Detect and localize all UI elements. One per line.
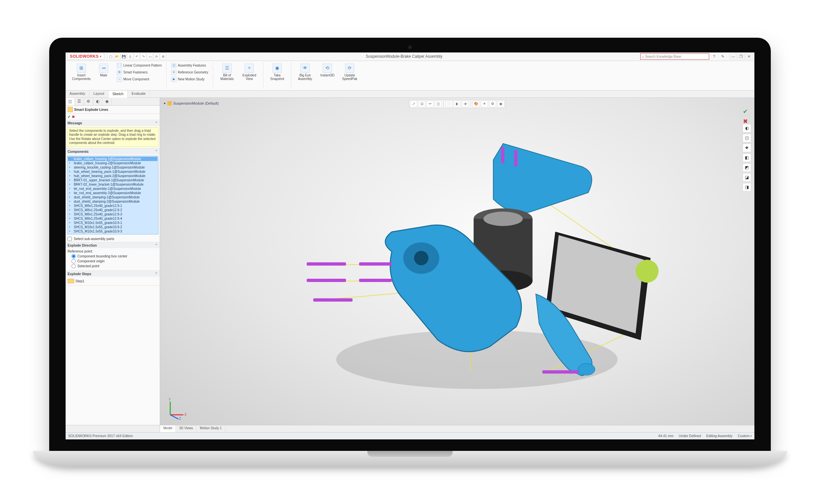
- panel-tab-property[interactable]: ☰: [75, 98, 84, 105]
- qat-print-icon[interactable]: ⎙: [127, 53, 133, 59]
- previous-view-icon[interactable]: ↩: [426, 101, 434, 107]
- component-list-item[interactable]: dust_shield_stamping-2@SuspensionModule: [68, 199, 157, 204]
- mate-button[interactable]: ⫘ Mate: [93, 62, 114, 78]
- orientation-triad[interactable]: X Y Z: [165, 397, 188, 420]
- app-logo[interactable]: SOLIDWORKS ▼: [68, 53, 104, 60]
- new-motion-study-button[interactable]: ▶New Motion Study: [170, 76, 210, 83]
- qat-save-icon[interactable]: 💾: [121, 53, 127, 59]
- component-list-item[interactable]: SHCS_M10x1.5x55_grade10.9-1: [68, 221, 157, 225]
- section-view-icon[interactable]: ◫: [435, 101, 442, 107]
- qat-undo-icon[interactable]: ↶: [134, 53, 140, 59]
- panel-cancel-button[interactable]: ✖: [72, 115, 75, 119]
- tab-3d-views[interactable]: 3D Views: [176, 425, 196, 432]
- qat-new-icon[interactable]: ▢: [108, 53, 113, 59]
- component-list-item[interactable]: BRKT-01_upper_bracket-1@SuspensionModule: [68, 178, 157, 182]
- component-list-item[interactable]: BRKT-02_lower_bracket-1@SuspensionModule: [68, 182, 157, 187]
- component-list-item[interactable]: tie_rod_end_assembly-1@SuspensionModule: [68, 187, 157, 191]
- radio-selected-point[interactable]: Selected point: [72, 264, 158, 269]
- linear-pattern-button[interactable]: ⋮⋮Linear Component Pattern: [115, 62, 163, 69]
- task-custom-props-icon[interactable]: ◪: [743, 173, 751, 182]
- task-appearances-icon[interactable]: ◩: [743, 163, 751, 172]
- message-header[interactable]: Message⌃: [66, 120, 160, 126]
- status-units[interactable]: Custom •: [738, 434, 752, 438]
- minimize-button[interactable]: —: [729, 53, 737, 59]
- view-settings-icon[interactable]: ⚙: [489, 101, 496, 107]
- edit-appearance-icon[interactable]: 🎨: [473, 101, 480, 107]
- ribbon: ⊞ Insert Components ⫘ Mate ⋮⋮Linear Comp…: [66, 61, 754, 91]
- task-design-library-icon[interactable]: ◫: [743, 134, 751, 142]
- component-list-item[interactable]: dust_shield_stamping-1@SuspensionModule: [68, 195, 157, 199]
- component-list-item[interactable]: SHCS_M8x1.25x40_grade12.9-2: [68, 208, 157, 212]
- reference-geometry-button[interactable]: ✦Reference Geometry: [170, 69, 210, 76]
- assembly-features-button[interactable]: ◫Assembly Features: [170, 62, 210, 69]
- tab-model[interactable]: Model: [160, 425, 176, 432]
- component-list-item[interactable]: brake_caliper_housing-1@SuspensionModule: [68, 157, 157, 161]
- zoom-area-icon[interactable]: ⊡: [418, 101, 425, 107]
- task-view-palette-icon[interactable]: ◧: [743, 153, 751, 162]
- panel-tab-feature[interactable]: ◫: [66, 98, 75, 105]
- component-list-item[interactable]: SHCS_M10x1.5x55_grade10.9-2: [68, 225, 157, 229]
- zoom-fit-icon[interactable]: ⤢: [410, 101, 417, 107]
- graphics-viewport[interactable]: ▸ SuspensionModule (Default) ⤢ ⊡ ↩ ◫ ⬚ ◐: [160, 98, 754, 425]
- component-list-item[interactable]: SHCS_M8x1.25x40_grade12.9-3: [68, 212, 157, 216]
- explode-step-item[interactable]: Step1: [68, 278, 158, 284]
- qat-open-icon[interactable]: 📂: [114, 53, 120, 59]
- tab-sketch[interactable]: Sketch: [109, 91, 128, 98]
- task-forum-icon[interactable]: ◨: [743, 183, 751, 192]
- feature-tree-flyout[interactable]: ▸ SuspensionModule (Default): [164, 101, 219, 106]
- panel-ok-button[interactable]: ✔: [68, 115, 71, 119]
- components-listbox[interactable]: brake_caliper_housing-1@SuspensionModule…: [67, 156, 158, 234]
- task-resources-icon[interactable]: ◐: [743, 124, 751, 132]
- select-subassembly-checkbox[interactable]: [68, 237, 72, 241]
- insert-components-button[interactable]: ⊞ Insert Components: [71, 62, 92, 82]
- render-icon[interactable]: ◉: [497, 101, 504, 107]
- component-list-item[interactable]: hub_wheel_bearing_pack-2@SuspensionModul…: [68, 174, 157, 178]
- component-list-item[interactable]: SHCS_M8x1.25x40_grade12.9-4: [68, 216, 157, 221]
- close-button[interactable]: ✕: [745, 53, 752, 59]
- task-file-explorer-icon[interactable]: ❖: [743, 144, 751, 152]
- tab-evaluate[interactable]: Evaluate: [128, 91, 150, 97]
- tab-motion-study[interactable]: Motion Study 1: [196, 425, 225, 432]
- exploded-view-button[interactable]: ✧Exploded View: [239, 62, 260, 82]
- qat-options-icon[interactable]: ⚙: [160, 53, 166, 59]
- tab-layout[interactable]: Layout: [90, 91, 109, 97]
- explode-direction-header[interactable]: Explode Direction⌃: [66, 242, 160, 248]
- component-list-item[interactable]: hub_wheel_bearing_pack-1@SuspensionModul…: [68, 170, 157, 174]
- component-list-item[interactable]: brake_caliper_housing-2@SuspensionModule: [68, 161, 157, 165]
- radio-bbox-center[interactable]: Component bounding box center: [72, 254, 158, 259]
- explode-steps-header[interactable]: Explode Steps⌃: [66, 271, 160, 277]
- component-list-item[interactable]: SHCS_M10x1.5x55_grade10.9-3: [68, 229, 157, 233]
- panel-confirm: ✔ ✖: [66, 114, 160, 120]
- tab-assembly[interactable]: Assembly: [66, 91, 90, 97]
- status-measure: 44.41 mm: [658, 434, 674, 438]
- qat-select-icon[interactable]: ▭: [147, 53, 153, 59]
- confirm-feature-button[interactable]: ✔: [741, 108, 750, 115]
- status-bar: SOLIDWORKS Premium 2017 x64 Edition 44.4…: [66, 432, 754, 439]
- component-list-item[interactable]: steering_knuckle_casting-1@SuspensionMod…: [68, 165, 157, 170]
- help-icon[interactable]: ?: [711, 53, 717, 59]
- panel-tab-display[interactable]: ◐: [93, 98, 102, 105]
- update-speedpak-button[interactable]: ⟳Update SpeedPak: [339, 62, 360, 82]
- radio-component-origin[interactable]: Component origin: [72, 259, 158, 264]
- settings-icon[interactable]: ✎: [720, 53, 726, 59]
- component-list-item[interactable]: SHCS_M8x1.25x40_grade12.9-1: [68, 204, 157, 208]
- panel-tab-config[interactable]: ⚙: [84, 98, 93, 105]
- components-header[interactable]: Components⌃: [66, 149, 160, 154]
- snapshot-button[interactable]: ◉Take Snapshot: [267, 62, 288, 82]
- panel-tab-appearance[interactable]: ◉: [102, 98, 112, 105]
- smart-fasteners-button[interactable]: ⚙Smart Fasteners: [115, 69, 163, 76]
- view-orientation-icon[interactable]: ⬚: [445, 101, 453, 107]
- bom-button[interactable]: ☰Bill of Materials: [216, 62, 237, 82]
- instant3d-button[interactable]: ⟲Instant3D: [317, 62, 338, 78]
- z-axis-label: Z: [179, 417, 181, 420]
- display-style-icon[interactable]: ◐: [454, 101, 461, 107]
- big-eye-button[interactable]: 👁Big Eye Assembly: [295, 62, 316, 82]
- hide-show-icon[interactable]: 👁: [462, 101, 469, 107]
- search-input[interactable]: ⌕ Search Knowledge Base: [640, 53, 709, 60]
- qat-redo-icon[interactable]: ↷: [140, 53, 146, 59]
- maximize-button[interactable]: ❐: [737, 53, 745, 59]
- apply-scene-icon[interactable]: ☀: [481, 101, 488, 107]
- move-component-button[interactable]: ↔Move Component: [115, 76, 163, 83]
- qat-rebuild-icon[interactable]: ⟳: [154, 53, 159, 59]
- component-list-item[interactable]: tie_rod_end_assembly-2@SuspensionModule: [68, 191, 157, 195]
